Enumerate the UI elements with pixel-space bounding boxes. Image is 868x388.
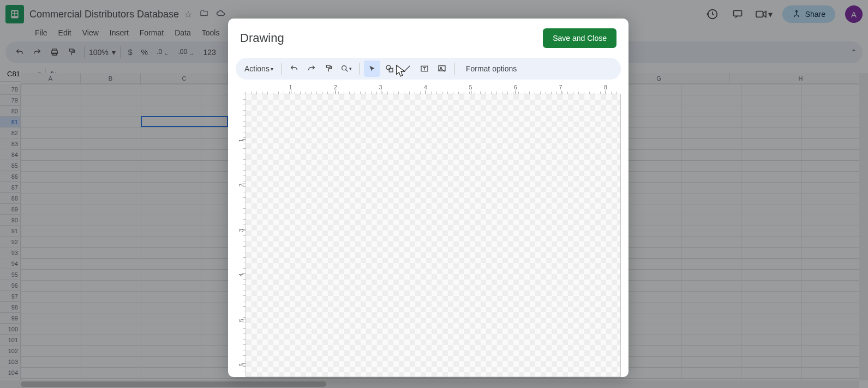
textbox-tool[interactable] <box>416 60 433 77</box>
save-and-close-button[interactable]: Save and Close <box>543 28 616 48</box>
actions-menu[interactable]: Actions▾ <box>241 62 277 75</box>
horizontal-ruler[interactable]: 12345678 <box>246 84 621 94</box>
vertical-ruler[interactable]: 12345678 <box>236 94 246 377</box>
drawing-toolbar: Actions▾ ▾ Format options <box>236 58 621 80</box>
chevron-down-icon: ▾ <box>349 66 352 71</box>
caret-down-icon: ▾ <box>271 66 273 72</box>
undo-button[interactable] <box>286 60 302 77</box>
drawing-modal: Drawing Save and Close Actions▾ ▾ Format… <box>228 19 628 377</box>
format-options-button[interactable]: Format options <box>459 64 517 73</box>
image-tool[interactable] <box>434 60 450 77</box>
select-tool[interactable] <box>364 60 380 77</box>
redo-button[interactable] <box>303 60 320 77</box>
modal-title: Drawing <box>240 31 284 45</box>
modal-header: Drawing Save and Close <box>228 19 628 53</box>
drawing-canvas[interactable] <box>246 94 621 377</box>
shape-tool[interactable] <box>381 60 398 77</box>
line-tool[interactable] <box>399 60 415 77</box>
sheets-app: Commercial Distributors Database ☆ ▾ <box>0 0 868 388</box>
svg-point-14 <box>386 65 391 70</box>
svg-rect-12 <box>326 65 330 68</box>
zoom-button[interactable]: ▾ <box>338 60 355 77</box>
svg-point-13 <box>342 66 346 70</box>
drawing-canvas-wrap: 12345678 12345678 <box>236 84 621 377</box>
svg-rect-15 <box>389 68 393 72</box>
paint-format-button[interactable] <box>321 60 337 77</box>
